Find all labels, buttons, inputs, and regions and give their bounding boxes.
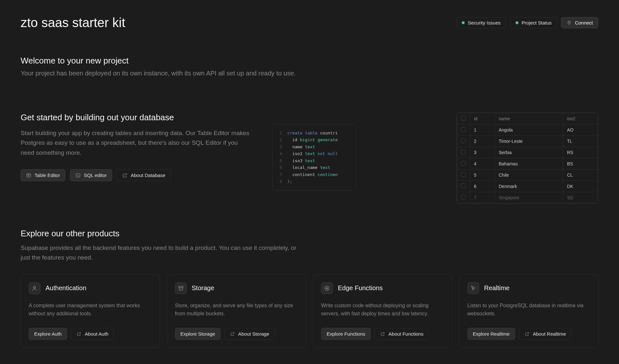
explore-sub: Supabase provides all the backend featur… bbox=[21, 243, 304, 263]
line-number: 2 bbox=[279, 136, 282, 143]
sql-editor-button[interactable]: SQL editor bbox=[70, 169, 112, 181]
cursor-icon bbox=[467, 282, 479, 294]
about-database-button[interactable]: About Database bbox=[117, 169, 171, 181]
about-db-label: About Database bbox=[131, 172, 165, 178]
card-authentication: Authentication A complete user managemen… bbox=[21, 274, 160, 348]
header-actions: Security Issues Project Status Connect bbox=[456, 17, 598, 28]
card-desc: A complete user management system that w… bbox=[29, 302, 152, 318]
about-auth-button[interactable]: About Auth bbox=[71, 328, 114, 340]
connect-button[interactable]: Connect bbox=[561, 17, 598, 28]
line-number: 1 bbox=[279, 130, 282, 136]
plug-icon bbox=[566, 20, 572, 25]
security-label: Security Issues bbox=[468, 20, 501, 25]
checkbox[interactable] bbox=[461, 150, 466, 154]
archive-icon bbox=[175, 282, 187, 294]
table-row[interactable]: 6DenmarkDK bbox=[457, 181, 598, 192]
about-storage-button[interactable]: About Storage bbox=[224, 328, 275, 340]
security-issues-button[interactable]: Security Issues bbox=[456, 17, 506, 28]
status-dot-icon bbox=[462, 21, 465, 24]
card-title: Realtime bbox=[484, 284, 510, 292]
line-number: 3 bbox=[279, 143, 282, 150]
table-icon bbox=[26, 173, 31, 178]
checkbox[interactable] bbox=[461, 138, 466, 143]
card-title: Edge Functions bbox=[338, 284, 383, 292]
col-name: name bbox=[495, 113, 563, 124]
checkbox[interactable] bbox=[461, 127, 466, 132]
table-row[interactable]: 2Timor-LesteTL bbox=[457, 136, 598, 147]
welcome-section: Welcome to your new project Your project… bbox=[21, 56, 598, 77]
checkbox[interactable] bbox=[461, 195, 466, 200]
db-body: Start building your app by creating tabl… bbox=[21, 128, 253, 158]
table-row[interactable]: 1AngolaAO bbox=[457, 124, 598, 136]
project-status-button[interactable]: Project Status bbox=[510, 17, 557, 28]
code-preview: 1create table countri 2 id bigint genera… bbox=[272, 124, 356, 191]
line-number: 7 bbox=[279, 171, 282, 178]
connect-label: Connect bbox=[575, 20, 593, 25]
explore-realtime-button[interactable]: Explore Realtime bbox=[467, 328, 515, 340]
table-editor-label: Table Editor bbox=[34, 172, 60, 178]
card-desc: Store, organize, and serve any file type… bbox=[175, 302, 298, 318]
svg-rect-0 bbox=[27, 173, 31, 177]
line-number: 6 bbox=[279, 164, 282, 171]
card-storage: Storage Store, organize, and serve any f… bbox=[167, 274, 306, 348]
external-link-icon bbox=[122, 173, 127, 178]
table-row[interactable]: 7SingaporeSG bbox=[457, 192, 598, 203]
database-section: Get started by building out your databas… bbox=[21, 113, 598, 193]
external-link-icon bbox=[380, 331, 385, 337]
card-title: Storage bbox=[192, 284, 214, 292]
welcome-heading: Welcome to your new project bbox=[21, 56, 598, 66]
svg-rect-3 bbox=[179, 286, 183, 288]
table-row[interactable]: 4BahamasBS bbox=[457, 158, 598, 170]
terminal-icon bbox=[75, 173, 81, 178]
table-preview: id name iso2 1AngolaAO 2Timor-LesteTL 3S… bbox=[457, 113, 598, 204]
external-link-icon bbox=[76, 331, 82, 337]
explore-section: Explore our other products Supabase prov… bbox=[21, 229, 598, 348]
status-label: Project Status bbox=[522, 20, 552, 25]
explore-storage-button[interactable]: Explore Storage bbox=[175, 328, 221, 340]
status-dot-icon bbox=[516, 21, 518, 24]
database-preview: 1create table countri 2 id bigint genera… bbox=[272, 113, 598, 193]
welcome-sub: Your project has been deployed on its ow… bbox=[21, 70, 598, 77]
line-number: 4 bbox=[279, 150, 282, 157]
line-number: 5 bbox=[279, 157, 282, 164]
table-row[interactable]: 5ChileCL bbox=[457, 170, 598, 181]
table-header-row: id name iso2 bbox=[457, 113, 598, 124]
col-id: id bbox=[470, 113, 495, 124]
explore-functions-button[interactable]: Explore Functions bbox=[321, 328, 371, 340]
card-edge-functions: Edge Functions Write custom code without… bbox=[313, 274, 452, 348]
svg-point-2 bbox=[34, 286, 35, 288]
checkbox[interactable] bbox=[461, 116, 466, 121]
header: zto saas starter kit Security Issues Pro… bbox=[21, 15, 598, 30]
database-intro: Get started by building out your databas… bbox=[21, 113, 253, 193]
card-realtime: Realtime Listen to your PostgreSQL datab… bbox=[459, 274, 599, 348]
line-number: 8 bbox=[279, 178, 282, 185]
db-heading: Get started by building out your databas… bbox=[21, 113, 253, 123]
table-row[interactable]: 3SerbiaRS bbox=[457, 147, 598, 158]
table-editor-button[interactable]: Table Editor bbox=[21, 169, 65, 181]
external-link-icon bbox=[230, 331, 235, 337]
card-title: Authentication bbox=[45, 284, 86, 292]
about-functions-button[interactable]: About Functions bbox=[375, 328, 429, 340]
card-desc: Listen to your PostgreSQL database in re… bbox=[467, 302, 591, 318]
col-iso2: iso2 bbox=[563, 113, 598, 124]
explore-heading: Explore our other products bbox=[21, 229, 598, 239]
db-actions: Table Editor SQL editor About Database bbox=[21, 169, 253, 181]
card-desc: Write custom code without deploying or s… bbox=[321, 302, 444, 318]
checkbox[interactable] bbox=[461, 161, 466, 166]
about-realtime-button[interactable]: About Realtime bbox=[519, 328, 572, 340]
function-icon bbox=[321, 282, 333, 294]
checkbox[interactable] bbox=[461, 183, 466, 188]
checkbox[interactable] bbox=[461, 172, 466, 177]
external-link-icon bbox=[525, 331, 530, 337]
user-icon bbox=[29, 282, 40, 294]
sql-editor-label: SQL editor bbox=[84, 172, 107, 178]
explore-auth-button[interactable]: Explore Auth bbox=[29, 328, 67, 340]
project-title: zto saas starter kit bbox=[21, 15, 125, 30]
product-cards: Authentication A complete user managemen… bbox=[21, 274, 598, 348]
